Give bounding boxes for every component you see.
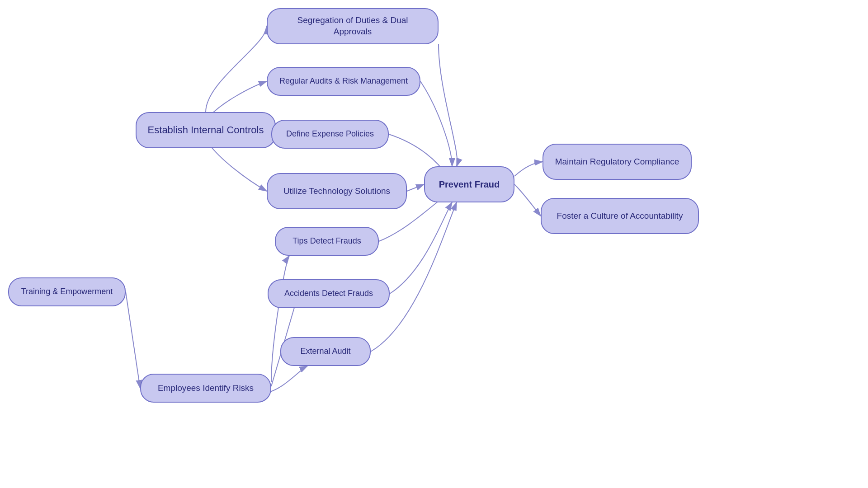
- utilize-node: Utilize Technology Solutions: [267, 173, 407, 209]
- define-node: Define Expense Policies: [271, 120, 389, 149]
- segregation-node: Segregation of Duties & Dual Approvals: [267, 8, 439, 44]
- prevent-node: Prevent Fraud: [424, 166, 514, 202]
- training-node: Training & Empowerment: [8, 277, 126, 306]
- employees-node: Employees Identify Risks: [140, 374, 271, 403]
- tips-node: Tips Detect Frauds: [275, 227, 379, 256]
- culture-node: Foster a Culture of Accountability: [541, 198, 699, 234]
- audits-node: Regular Audits & Risk Management: [267, 67, 420, 96]
- accidents-node: Accidents Detect Frauds: [268, 279, 390, 308]
- regulatory-node: Maintain Regulatory Compliance: [542, 144, 692, 180]
- establish-node: Establish Internal Controls: [136, 112, 276, 148]
- external-node: External Audit: [280, 337, 371, 366]
